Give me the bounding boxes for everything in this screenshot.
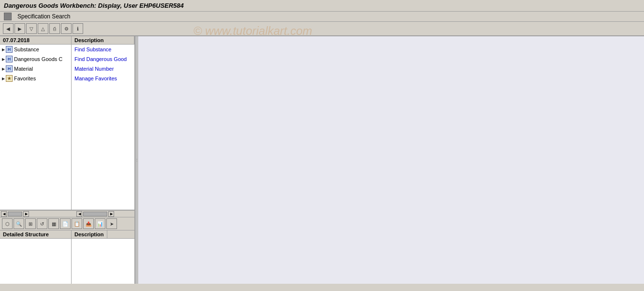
detail-header: Detailed Structure Description <box>0 230 134 239</box>
tree-header: 07.07.2018 Description <box>0 36 134 45</box>
tree-scrollbar: ◀ ▶ ◀ ▶ <box>0 210 134 217</box>
table-btn[interactable]: ▦ <box>48 218 59 229</box>
detail-right <box>72 239 134 284</box>
detail-panel: Detailed Structure Description <box>0 230 134 284</box>
main-content: 07.07.2018 Description ▶ H Substance ▶ H… <box>0 36 644 284</box>
bottom-toolbar: ⬡ 🔍 ⊞ ↺ ▦ 📄 📋 📤 📊 ➤ <box>0 217 134 230</box>
scroll-right-btn-2[interactable]: ▶ <box>108 211 114 217</box>
favorites-node-icon: ★ <box>6 75 13 82</box>
title-bar: Dangerous Goods Workbench: Display, User… <box>0 0 644 12</box>
scroll-thumb-1[interactable] <box>8 212 22 216</box>
check-up-button[interactable]: △ <box>38 23 48 34</box>
detail-col-struct: Detailed Structure <box>0 230 72 238</box>
expand-arrow-dangerous: ▶ <box>2 57 5 61</box>
scroll-right-btn-1[interactable]: ▶ <box>23 211 29 217</box>
material-node-icon: H <box>6 65 13 72</box>
favorites-label: Favorites <box>14 76 36 81</box>
detail-col-desc: Description <box>72 230 107 238</box>
scroll-left-btn-2[interactable]: ◀ <box>76 211 82 217</box>
dangerous-label: Dangerous Goods C <box>14 56 62 62</box>
detail-left <box>0 239 72 284</box>
scroll-thumb-2[interactable] <box>83 212 107 216</box>
tree-col-desc: Description <box>72 36 134 44</box>
left-panel: 07.07.2018 Description ▶ H Substance ▶ H… <box>0 36 135 284</box>
check-down-button[interactable]: ▽ <box>26 23 37 34</box>
tree-col-date: 07.07.2018 <box>0 36 72 44</box>
expand-arrow-substance: ▶ <box>2 47 5 52</box>
desc-substance[interactable]: Find Substance <box>72 45 134 54</box>
arrow-btn[interactable]: ➤ <box>106 218 117 229</box>
tree-item-material[interactable]: ▶ H Material <box>0 64 71 74</box>
tree-btn[interactable]: ⊞ <box>25 218 36 229</box>
scroll-left-btn-1[interactable]: ◀ <box>1 211 7 217</box>
substance-label: Substance <box>14 46 39 52</box>
refresh-btn[interactable]: ↺ <box>37 218 47 229</box>
search-btn[interactable]: 🔍 <box>14 218 24 229</box>
dangerous-node-icon: H <box>6 56 13 62</box>
tree-right: Find Substance Find Dangerous Good Mater… <box>72 45 134 210</box>
menu-label[interactable]: Specification Search <box>17 13 70 20</box>
menu-bar: Specification Search <box>0 12 644 22</box>
chart-btn[interactable]: 📊 <box>95 218 105 229</box>
desc-dangerous[interactable]: Find Dangerous Good <box>72 54 134 64</box>
expand-arrow-material: ▶ <box>2 67 5 71</box>
material-label: Material <box>14 66 33 72</box>
substance-node-icon: H <box>6 46 13 53</box>
print-button[interactable]: ⎙ <box>49 23 60 34</box>
export-btn[interactable]: 📤 <box>83 218 94 229</box>
back-button[interactable]: ◀ <box>3 23 14 34</box>
tree-left: ▶ H Substance ▶ H Dangerous Goods C ▶ H … <box>0 45 72 210</box>
doc-btn[interactable]: 📄 <box>60 218 71 229</box>
right-panel <box>138 36 644 284</box>
tree-item-dangerous[interactable]: ▶ H Dangerous Goods C <box>0 54 71 64</box>
tree-body: ▶ H Substance ▶ H Dangerous Goods C ▶ H … <box>0 45 134 210</box>
tree-panel: 07.07.2018 Description ▶ H Substance ▶ H… <box>0 36 134 210</box>
info-button[interactable]: ℹ <box>73 23 83 34</box>
settings-button[interactable]: ⚙ <box>61 23 72 34</box>
forward-button[interactable]: ▶ <box>15 23 25 34</box>
tree-item-favorites[interactable]: ▶ ★ Favorites <box>0 74 71 83</box>
substance-btn[interactable]: ⬡ <box>2 218 13 229</box>
expand-arrow-favorites: ▶ <box>2 77 5 81</box>
desc-favorites[interactable]: Manage Favorites <box>72 74 134 83</box>
title-text: Dangerous Goods Workbench: Display, User… <box>4 2 184 9</box>
tree-item-substance[interactable]: ▶ H Substance <box>0 45 71 54</box>
menu-icon <box>4 13 12 20</box>
desc-material[interactable]: Material Number <box>72 64 134 74</box>
doc2-btn[interactable]: 📋 <box>72 218 82 229</box>
detail-body <box>0 239 134 284</box>
toolbar: ◀ ▶ ▽ △ ⎙ ⚙ ℹ <box>0 22 644 36</box>
